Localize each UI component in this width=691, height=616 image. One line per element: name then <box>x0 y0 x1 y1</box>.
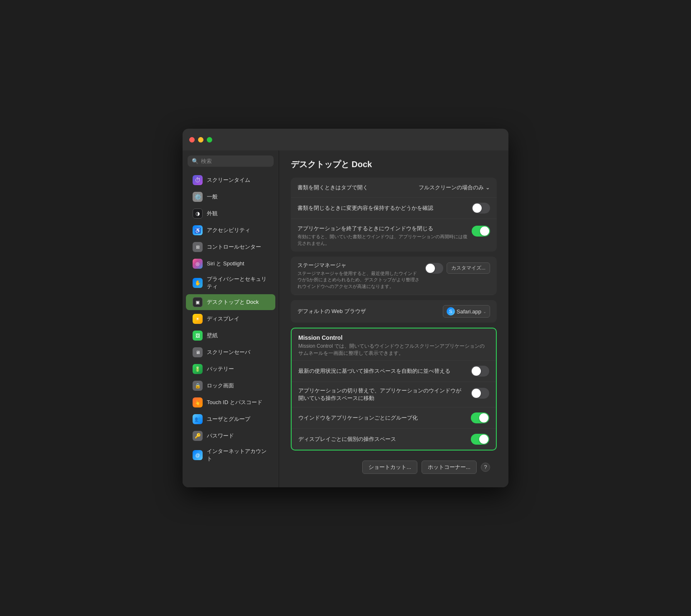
stage-manager-sublabel: ステージマネージャを使用すると、最近使用したウインドウが1か所にまとめられるため… <box>297 270 420 290</box>
open-tabs-label: 書類を開くときはタブで開く <box>297 184 419 191</box>
page-title: デスクトップと Dock <box>291 159 497 170</box>
privacy-icon: ✋ <box>193 278 203 288</box>
open-tabs-value[interactable]: フルスクリーンの場合のみ ⌄ <box>419 184 490 191</box>
password-icon: 🔑 <box>193 431 203 441</box>
battery-icon: 🔋 <box>193 364 203 374</box>
content-area: 🔍 ⏱ スクリーンタイム ⚙️ 一般 ◑ 外観 ♿ アクセシビリティ ⊞ <box>183 150 508 487</box>
browser-value: Safari.app <box>457 308 481 315</box>
touchid-icon: 👆 <box>193 397 203 407</box>
accessibility-icon: ♿ <box>193 225 203 235</box>
stage-manager-toggle[interactable] <box>425 263 443 274</box>
open-tabs-select-text: フルスクリーンの場合のみ <box>419 184 484 191</box>
stage-manager-row: ステージマネージャ ステージマネージャを使用すると、最近使用したウインドウが1か… <box>291 257 497 295</box>
sidebar-label-wallpaper: 壁紙 <box>207 332 218 339</box>
sidebar-item-display[interactable]: ☀ ディスプレイ <box>186 311 275 327</box>
sidebar-label-controlcenter: コントロールセンター <box>207 243 261 251</box>
sidebar-item-password[interactable]: 🔑 パスワード <box>186 428 275 444</box>
sidebar-label-accessibility: アクセシビリティ <box>207 227 250 234</box>
switch-space-toggle[interactable] <box>471 388 489 399</box>
sidebar-item-general[interactable]: ⚙️ 一般 <box>186 189 275 205</box>
default-browser-row: デフォルトの Web ブラウザ S Safari.app ⌄ <box>291 300 497 323</box>
sidebar-item-screensaver[interactable]: 🖥 スクリーンセーバ <box>186 344 275 360</box>
sidebar-item-screentime[interactable]: ⏱ スクリーンタイム <box>186 172 275 188</box>
sidebar-label-privacy: プライバシーとセキュリティ <box>207 275 269 290</box>
chevron-icon: ⌄ <box>485 184 490 191</box>
controlcenter-icon: ⊞ <box>193 242 203 252</box>
default-browser-label: デフォルトの Web ブラウザ <box>297 308 443 315</box>
close-windows-toggle[interactable] <box>472 226 490 237</box>
close-confirm-label: 書類を閉じるときに変更内容を保持するかどうかを確認 <box>297 204 472 212</box>
display-spaces-toggle[interactable] <box>471 434 489 445</box>
group-windows-toggle[interactable] <box>471 412 489 423</box>
group-windows-row: ウインドウをアプリケーションごとにグループ化 <box>292 407 496 429</box>
close-windows-sublabel: 有効にすると、開いていた書類とウインドウは、アプリケーションの再開時には復元され… <box>297 234 472 247</box>
sidebar-item-touchid[interactable]: 👆 Touch ID とパスコード <box>186 395 275 410</box>
display-spaces-row: ディスプレイごとに個別の操作スペース <box>292 429 496 450</box>
titlebar <box>183 129 508 150</box>
auto-rearrange-label: 最新の使用状況に基づいて操作スペースを自動的に並べ替える <box>298 367 471 375</box>
sidebar-item-accessibility[interactable]: ♿ アクセシビリティ <box>186 222 275 238</box>
sidebar-item-desktop[interactable]: ▣ デスクトップと Dock <box>186 294 275 310</box>
sidebar-label-battery: バッテリー <box>207 365 234 373</box>
desktop-icon: ▣ <box>193 297 203 307</box>
close-button[interactable] <box>189 137 195 143</box>
search-input[interactable] <box>201 158 269 164</box>
screensaver-icon: 🖥 <box>193 347 203 357</box>
sidebar-label-desktop: デスクトップと Dock <box>207 298 259 306</box>
sidebar-item-users[interactable]: 👥 ユーザとグループ <box>186 411 275 427</box>
sidebar-label-internet: インターネットアカウント <box>207 448 269 463</box>
internet-icon: @ <box>193 450 203 460</box>
mission-control-section: Mission Control Mission Control では、開いている… <box>291 328 497 451</box>
sidebar-label-appearance: 外観 <box>207 210 218 217</box>
close-confirm-toggle[interactable] <box>472 203 490 214</box>
lock-icon: 🔒 <box>193 381 203 391</box>
sidebar-item-privacy[interactable]: ✋ プライバシーとセキュリティ <box>186 272 275 293</box>
sidebar-label-general: 一般 <box>207 193 218 201</box>
sidebar-label-touchid: Touch ID とパスコード <box>207 399 262 406</box>
main-content: デスクトップと Dock 書類を開くときはタブで開く フルスクリーンの場合のみ … <box>279 150 508 487</box>
system-preferences-window: 🔍 ⏱ スクリーンタイム ⚙️ 一般 ◑ 外観 ♿ アクセシビリティ ⊞ <box>183 129 508 487</box>
sidebar-item-wallpaper[interactable]: 🖼 壁紙 <box>186 328 275 344</box>
customize-button[interactable]: カスタマイズ... <box>447 262 490 274</box>
minimize-button[interactable] <box>198 137 203 143</box>
stage-manager-label: ステージマネージャ <box>297 262 420 269</box>
open-tabs-row: 書類を開くときはタブで開く フルスクリーンの場合のみ ⌄ <box>291 178 497 198</box>
users-icon: 👥 <box>193 414 203 424</box>
help-button[interactable]: ? <box>481 463 490 472</box>
hot-corners-button[interactable]: ホットコーナー... <box>422 461 477 474</box>
browser-select[interactable]: S Safari.app ⌄ <box>443 305 490 318</box>
sidebar-item-controlcenter[interactable]: ⊞ コントロールセンター <box>186 239 275 255</box>
shortcuts-button[interactable]: ショートカット... <box>362 461 417 474</box>
siri-icon: ◎ <box>193 259 203 269</box>
appearance-icon: ◑ <box>193 209 203 219</box>
sidebar-label-lock: ロック画面 <box>207 382 234 389</box>
sidebar-label-siri: Siri と Spotlight <box>207 260 244 267</box>
wallpaper-icon: 🖼 <box>193 331 203 341</box>
display-spaces-label: ディスプレイごとに個別の操作スペース <box>298 435 471 443</box>
sidebar-item-lock[interactable]: 🔒 ロック画面 <box>186 378 275 394</box>
sidebar-label-password: パスワード <box>207 432 234 440</box>
auto-rearrange-row: 最新の使用状況に基づいて操作スペースを自動的に並べ替える <box>292 361 496 382</box>
auto-rearrange-toggle[interactable] <box>471 366 489 377</box>
sidebar-item-appearance[interactable]: ◑ 外観 <box>186 206 275 221</box>
mission-control-header: Mission Control Mission Control では、開いている… <box>292 328 496 361</box>
sidebar-item-siri[interactable]: ◎ Siri と Spotlight <box>186 256 275 272</box>
group-windows-label: ウインドウをアプリケーションごとにグループ化 <box>298 414 471 422</box>
sidebar-label-display: ディスプレイ <box>207 315 239 323</box>
sidebar: 🔍 ⏱ スクリーンタイム ⚙️ 一般 ◑ 外観 ♿ アクセシビリティ ⊞ <box>183 150 279 487</box>
search-icon: 🔍 <box>192 158 198 164</box>
mission-control-title: Mission Control <box>298 334 489 341</box>
close-windows-row: アプリケーションを終了するときにウインドウを閉じる 有効にすると、開いていた書類… <box>291 219 497 252</box>
bottom-bar: ショートカット... ホットコーナー... ? <box>291 456 497 479</box>
maximize-button[interactable] <box>207 137 212 143</box>
screentime-icon: ⏱ <box>193 175 203 185</box>
sidebar-label-users: ユーザとグループ <box>207 415 250 423</box>
sidebar-item-internet[interactable]: @ インターネットアカウント <box>186 445 275 466</box>
switch-space-row: アプリケーションの切り替えで、アプリケーションのウインドウが開いている操作スペー… <box>292 382 496 407</box>
general-settings-section: 書類を開くときはタブで開く フルスクリーンの場合のみ ⌄ 書類を閉じるときに変更… <box>291 178 497 252</box>
search-box[interactable]: 🔍 <box>188 155 274 167</box>
browser-section: デフォルトの Web ブラウザ S Safari.app ⌄ <box>291 300 497 323</box>
sidebar-item-battery[interactable]: 🔋 バッテリー <box>186 361 275 377</box>
display-icon: ☀ <box>193 314 203 324</box>
browser-chevron-icon: ⌄ <box>483 309 486 314</box>
